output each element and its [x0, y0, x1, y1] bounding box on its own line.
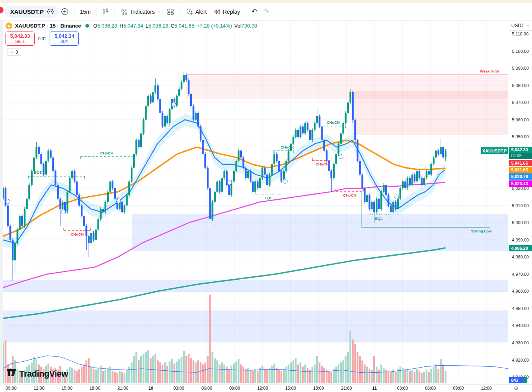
price-tick: 5,050.00: [509, 134, 532, 139]
svg-text:CHoCH: CHoCH: [343, 193, 356, 197]
price-tick: 4,990.00: [509, 238, 532, 242]
close-value: 5,041.65: [174, 23, 195, 29]
top-toolbar: XAUUSDT.P 15m Indicators ⌄: [0, 3, 532, 20]
trade-panel: 5,042.33 SELL 0.01 5,042.34 BUY: [6, 32, 79, 46]
currency-toggle[interactable]: USDT ⌄: [509, 20, 532, 31]
legend-ohlcv: O5,036.28 H5,047.34 L5,036.28 C5,041.65 …: [93, 23, 257, 29]
sell-price: 5,042.33: [10, 33, 30, 39]
time-tick: 15:00: [61, 386, 72, 390]
time-tick: 12:00: [257, 386, 268, 390]
svg-text:CHoCH: CHoCH: [315, 162, 328, 166]
svg-text:EQL: EQL: [375, 216, 383, 221]
signal-markers: [6, 102, 399, 214]
time-tick: 06:00: [425, 386, 436, 390]
candles-icon: [102, 8, 109, 16]
time-tick: 21:00: [341, 386, 352, 390]
demand-zone-3: [0, 310, 508, 342]
time-tick: 03:00: [173, 386, 184, 390]
price-tick: 4,950.00: [509, 306, 532, 311]
time-tick: 15:00: [285, 386, 296, 390]
close-key: C: [171, 23, 174, 29]
legend-title[interactable]: XAUUSDT.P · 15 · Binance: [15, 23, 81, 29]
buy-button[interactable]: 5,042.34 BUY: [50, 32, 79, 46]
high-key: H: [120, 23, 123, 29]
chart-type-button[interactable]: [99, 6, 112, 18]
interval-button[interactable]: 15m: [77, 6, 94, 18]
plus-icon: [61, 8, 69, 15]
time-tick: 10: [148, 386, 153, 390]
symbol-search-button[interactable]: XAUUSDT.P: [5, 6, 58, 18]
price-tick: 5,100.00: [509, 49, 532, 54]
demand-zone-1: [132, 214, 508, 251]
price-tick: 4,940.00: [509, 323, 532, 328]
symbol-label: XAUUSDT.P: [10, 8, 44, 15]
grid-layout-icon: [167, 8, 174, 15]
tradingview-logo-text: TradingView: [19, 369, 68, 379]
time-tick: 06:00: [201, 386, 212, 390]
indicators-label: Indicators: [131, 9, 155, 15]
price-tick: 5,000.00: [509, 220, 532, 225]
sell-button[interactable]: 5,042.33 SELL: [6, 32, 35, 46]
svg-text:CHoCH: CHoCH: [280, 145, 293, 149]
currency-label: USDT: [512, 23, 525, 28]
buy-price: 5,042.34: [54, 33, 74, 39]
time-tick: 12:00: [33, 386, 44, 390]
time-tick: 21:00: [117, 386, 128, 390]
symbol-flag-icon[interactable]: [47, 8, 54, 15]
binance-logo-icon: ◆: [6, 22, 12, 29]
sell-label: SELL: [15, 39, 25, 44]
svg-text:CHoCH: CHoCH: [100, 151, 113, 155]
object-count: 3: [15, 50, 18, 54]
time-tick: 09:00: [229, 386, 240, 390]
price-tick: 5,010.00: [509, 203, 532, 208]
layout-grid-button[interactable]: [164, 6, 177, 18]
chevron-down-icon: ⌄: [526, 22, 530, 28]
change-value: +7.28 (+0.14%): [196, 23, 232, 29]
high-value: 5,047.34: [123, 23, 143, 29]
chart-canvas[interactable]: Weak HighStrong LowBOSCHoCHCHoCHCHoCHCHo…: [0, 20, 509, 384]
axis-settings-gear-icon[interactable]: ⚙: [514, 385, 519, 391]
svg-text:Weak High: Weak High: [480, 69, 499, 73]
time-tick: 18:00: [313, 386, 324, 390]
svg-text:CHoCH: CHoCH: [326, 120, 339, 124]
indicators-icon: [120, 8, 128, 15]
low-value: 5,036.28: [148, 23, 169, 29]
price-tick: 4,960.00: [509, 289, 532, 294]
axis-label-ma-orange-value: 5,031.65: [509, 167, 532, 173]
alert-button[interactable]: Alert: [182, 6, 210, 18]
smc-zones: [0, 75, 508, 342]
indicators-button[interactable]: Indicators ⌄: [117, 6, 164, 18]
tradingview-logo[interactable]: TradingView: [6, 369, 68, 379]
undo-button[interactable]: ↶: [248, 6, 260, 18]
price-tick: 4,970.00: [509, 272, 532, 277]
axis-label-ma-teal-value: 4,985.20: [509, 245, 532, 251]
alert-label: Alert: [195, 9, 207, 15]
time-axis[interactable]: 09:0012:0015:0018:0021:001003:0006:0009:…: [0, 384, 532, 392]
time-tick: 09:00: [6, 386, 17, 390]
add-symbol-button[interactable]: [58, 6, 72, 18]
chart-legend: ◆ XAUUSDT.P · 15 · Binance O5,036.28 H5,…: [6, 22, 257, 29]
market-status-dot[interactable]: [85, 24, 89, 28]
demand-zone-2: [0, 280, 508, 292]
axis-label-ma-blue-value: 5,030.76: [509, 173, 532, 180]
price-tick: 5,060.00: [509, 117, 532, 122]
low-key: L: [146, 23, 148, 29]
tradingview-mark-icon: [6, 369, 17, 379]
price-tick: 5,070.00: [509, 100, 532, 105]
price-tick: 4,920.00: [509, 358, 532, 362]
chevron-down-icon: ⌄: [157, 9, 161, 14]
time-tick: 11: [372, 386, 377, 390]
redo-button[interactable]: ↷: [260, 6, 272, 18]
svg-text:BOS: BOS: [34, 170, 42, 175]
vol-key: Vol: [234, 23, 241, 29]
object-tree-chip[interactable]: ⌄ 3: [7, 48, 21, 56]
replay-button[interactable]: Replay: [210, 6, 243, 18]
redo-icon: ↷: [263, 7, 269, 16]
bar-countdown: 04:08: [509, 153, 532, 159]
buy-label: BUY: [60, 39, 69, 44]
time-tick: 09:00: [453, 386, 464, 390]
price-axis[interactable]: USDT ⌄ 5,110.005,100.005,090.005,080.005…: [509, 20, 532, 384]
time-tick: 12:00: [481, 386, 492, 390]
price-tick: 5,080.00: [509, 83, 532, 88]
axis-label-last-price: 5,042.3304:08: [509, 147, 532, 159]
